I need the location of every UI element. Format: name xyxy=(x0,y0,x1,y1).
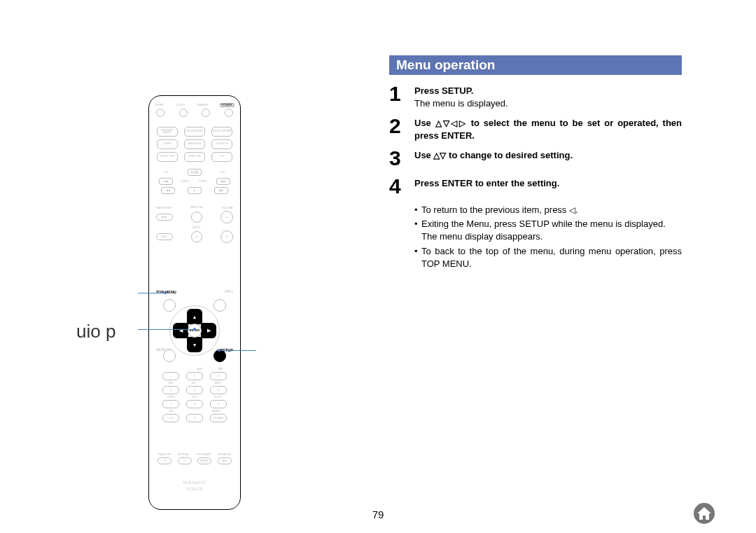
notes-list: To return to the previous item, press ◁.… xyxy=(414,204,682,272)
skip-fwd: ▶▶| xyxy=(216,178,230,185)
src-btn: MUSIC SERVER xyxy=(211,127,232,137)
dimmer-button xyxy=(202,109,210,117)
vol-up: ▲ xyxy=(220,211,233,223)
dpad-right: ▶ xyxy=(201,323,216,338)
src-btn: FRONT USB xyxy=(157,152,178,162)
clear-btn: CLEAR xyxy=(210,414,227,422)
num-9: 9 xyxy=(210,400,227,408)
num-2: 2 xyxy=(186,372,203,380)
sleep-button xyxy=(156,109,164,117)
src-btn: REAR USB xyxy=(184,152,205,162)
rew: ◀◀ xyxy=(161,187,175,194)
num-4: 4 xyxy=(162,386,179,394)
brand: marantz xyxy=(149,480,240,485)
num-0: 0 xyxy=(186,414,203,422)
clock-button xyxy=(179,109,188,117)
section-heading: Menu operation xyxy=(389,55,682,75)
call-btn: CALL xyxy=(156,233,173,240)
stop: ■ xyxy=(188,187,202,194)
num-3: 3 xyxy=(210,372,227,380)
dpad: ▲ ▼ ◀ ▶ ENTER xyxy=(166,302,223,359)
callout-dot xyxy=(218,349,220,352)
step-2: 2 Use △▽◁▷ to select the menu to be set … xyxy=(389,115,682,141)
src-btn: TUNER xyxy=(157,139,178,149)
src-btn: INTERNET RADIO xyxy=(157,127,178,137)
enter-button: ENTER xyxy=(188,324,202,338)
ff: ▶▶ xyxy=(214,187,228,194)
repeat-btn: ↻ xyxy=(178,457,192,464)
callout-letters: uio p xyxy=(76,321,115,342)
callout-dot xyxy=(164,291,167,294)
callout-line xyxy=(138,293,165,293)
num-1: 1 xyxy=(162,372,179,380)
callout-line xyxy=(219,350,256,351)
random-btn: ⤨ xyxy=(158,457,172,464)
step-3: 3 Use △▽ to change to desired setting. xyxy=(389,147,682,169)
num-6: 6 xyxy=(210,386,227,394)
page-number: 79 xyxy=(0,508,756,520)
mute-btn: ◁× xyxy=(191,231,202,242)
info-label: INFO xyxy=(225,290,233,293)
note-2: Exiting the Menu, press SETUP while the … xyxy=(414,218,682,243)
num-7: 7 xyxy=(162,400,179,408)
model: RC011CR xyxy=(149,487,240,491)
remote-control-illustration: SLEEP CLOCK DIMMER POWER INTERNET RADIO … xyxy=(148,95,241,510)
callout-line xyxy=(138,329,195,330)
num-8: 8 xyxy=(186,400,203,408)
num-plus10: +10 xyxy=(162,414,179,422)
power-button xyxy=(225,109,233,117)
manual-page: uio p SLEEP CLOCK DIMMER POWER INTERNET … xyxy=(0,0,756,533)
callout-dot xyxy=(193,328,196,331)
mode-btn: MODE xyxy=(197,457,211,464)
vol-down: ▼ xyxy=(220,230,233,243)
skip-back: |◀◀ xyxy=(159,178,173,185)
home-icon xyxy=(693,502,715,525)
dpad-down: ▼ xyxy=(187,337,202,352)
note-1: To return to the previous item, press ◁. xyxy=(414,204,682,216)
speaker-btn: A/B xyxy=(218,457,232,464)
step-1: 1 Press SETUP.The menu is displayed. xyxy=(389,83,682,109)
src-btn: ANALOG IN xyxy=(184,139,205,149)
dbb-btn xyxy=(191,212,202,223)
src-btn: DIGITAL IN xyxy=(211,139,232,149)
dpad-left: ◀ xyxy=(173,323,188,338)
steps-list: 1 Press SETUP.The menu is displayed. 2 U… xyxy=(389,83,682,202)
dpad-up: ▲ xyxy=(187,309,202,324)
step-4: 4 Press ENTER to enter the setting. xyxy=(389,175,682,198)
note-3: To back to the top of the menu, during m… xyxy=(414,245,682,270)
src-btn: CD xyxy=(211,152,232,162)
add-btn: ADD xyxy=(156,214,173,221)
num-5: 5 xyxy=(186,386,203,394)
play-pause: ▶/❚❚ xyxy=(188,169,202,176)
src-btn: ONLINE MUSIC xyxy=(184,127,205,137)
